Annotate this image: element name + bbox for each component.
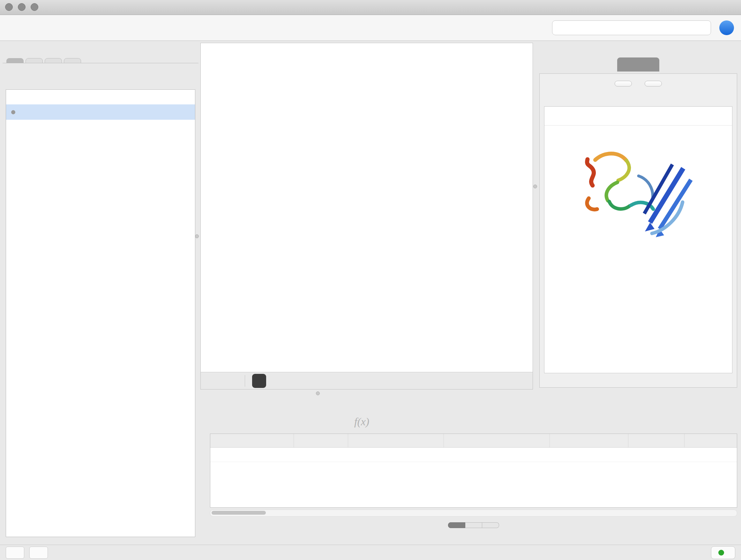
float-panel-icon[interactable] bbox=[711, 399, 719, 407]
column-type-icon bbox=[631, 437, 639, 444]
splitter-grip[interactable] bbox=[316, 391, 320, 395]
main-toolbar bbox=[0, 15, 741, 41]
gene-description bbox=[544, 125, 732, 130]
network-share-icon[interactable] bbox=[226, 375, 238, 387]
network-share-icon bbox=[33, 108, 42, 117]
table-row[interactable] bbox=[210, 448, 737, 462]
table-header-row bbox=[210, 434, 737, 448]
float-panel-icon[interactable] bbox=[170, 46, 178, 54]
cloud-status-button[interactable] bbox=[6, 547, 24, 559]
hidden-eye-slash-icon[interactable] bbox=[492, 376, 502, 386]
table-cell[interactable] bbox=[628, 448, 684, 462]
memory-button[interactable] bbox=[711, 546, 735, 559]
panel-menu-icon[interactable] bbox=[154, 46, 162, 54]
grid-view-icon[interactable] bbox=[208, 375, 219, 387]
network-collection-row[interactable] bbox=[6, 90, 195, 105]
table-cell[interactable] bbox=[210, 448, 294, 462]
delete-column-icon[interactable] bbox=[299, 415, 313, 428]
status-bar bbox=[0, 545, 741, 560]
app-window: f(x) bbox=[0, 0, 741, 560]
column-header-canonical-name[interactable] bbox=[348, 434, 444, 447]
results-panel bbox=[537, 43, 740, 390]
table-panel: f(x) bbox=[207, 396, 740, 542]
panel-menu-icon[interactable] bbox=[695, 46, 703, 54]
minimize-window-button[interactable] bbox=[18, 3, 25, 11]
table-cell[interactable] bbox=[550, 448, 628, 462]
control-panel-tabs bbox=[3, 57, 199, 63]
crosslink-row-compartments bbox=[544, 277, 732, 281]
results-entry bbox=[544, 106, 732, 373]
close-panel-icon[interactable] bbox=[727, 399, 735, 407]
splitter-grip[interactable] bbox=[533, 185, 537, 188]
crosslink-row-pharos bbox=[544, 286, 732, 290]
collapse-entry-icon[interactable] bbox=[565, 112, 574, 121]
control-panel-header bbox=[3, 43, 199, 57]
column-type-icon bbox=[351, 437, 359, 444]
footer-separator bbox=[245, 375, 245, 387]
close-window-button[interactable] bbox=[5, 3, 13, 11]
control-panel bbox=[3, 43, 199, 541]
search-input[interactable] bbox=[559, 23, 707, 33]
tab-edge-table[interactable] bbox=[465, 522, 482, 528]
tab-node-table[interactable] bbox=[448, 522, 465, 528]
tab-network-table[interactable] bbox=[482, 522, 499, 528]
warnings-button[interactable] bbox=[29, 547, 48, 559]
collapse-all-icon[interactable] bbox=[9, 67, 18, 76]
table-options-gear-icon[interactable] bbox=[217, 415, 230, 428]
results-panel-header bbox=[537, 43, 740, 57]
selected-checkbox-icon[interactable] bbox=[473, 376, 482, 386]
open-in-browser-button[interactable] bbox=[252, 374, 266, 388]
scrollbar-thumb[interactable] bbox=[212, 511, 266, 515]
close-panel-icon[interactable] bbox=[186, 46, 194, 54]
table-tabs bbox=[207, 522, 740, 528]
tab-sets[interactable] bbox=[64, 58, 81, 63]
column-header-description[interactable] bbox=[550, 434, 628, 447]
network-tree bbox=[6, 89, 195, 537]
crosslink-row-tissues bbox=[544, 281, 732, 286]
close-panel-icon[interactable] bbox=[727, 46, 735, 54]
collapse-all-button[interactable] bbox=[645, 81, 662, 86]
tree-expander-icon[interactable] bbox=[16, 94, 23, 101]
tab-string[interactable] bbox=[617, 57, 659, 71]
table-cell[interactable] bbox=[684, 448, 737, 462]
horizontal-scrollbar[interactable] bbox=[210, 509, 737, 516]
crosslink-row-uniprot bbox=[544, 268, 732, 272]
column-header-name[interactable] bbox=[294, 434, 348, 447]
column-header-namespace[interactable] bbox=[684, 434, 737, 447]
splitter-grip[interactable] bbox=[195, 234, 199, 238]
add-column-icon[interactable] bbox=[272, 415, 285, 428]
network-footer bbox=[201, 372, 533, 389]
column-header-shared-name[interactable] bbox=[210, 434, 294, 447]
network-options-gear-icon[interactable] bbox=[181, 66, 192, 77]
column-type-icon bbox=[213, 437, 221, 444]
gene-entry-header bbox=[544, 107, 732, 125]
column-header-id[interactable] bbox=[628, 434, 684, 447]
network-row-selected[interactable] bbox=[6, 105, 195, 120]
table-cell[interactable] bbox=[348, 448, 444, 462]
column-type-icon bbox=[688, 437, 695, 444]
expand-all-icon[interactable] bbox=[22, 67, 31, 76]
network-view bbox=[200, 43, 533, 389]
panel-menu-icon[interactable] bbox=[695, 399, 703, 407]
help-button[interactable] bbox=[719, 20, 734, 35]
function-builder-icon: f(x) bbox=[354, 416, 369, 428]
results-body bbox=[539, 73, 737, 388]
move-tool-icon[interactable] bbox=[512, 374, 526, 388]
network-canvas[interactable] bbox=[201, 43, 533, 372]
show-columns-icon[interactable] bbox=[245, 415, 258, 428]
crosslinks-title bbox=[544, 253, 732, 268]
toolbar-right bbox=[552, 20, 741, 35]
column-header-database-identifier[interactable] bbox=[444, 434, 550, 447]
tab-network[interactable] bbox=[6, 58, 23, 63]
expand-all-button[interactable] bbox=[615, 81, 632, 86]
protein-structure-image bbox=[575, 138, 702, 253]
table-cell[interactable] bbox=[294, 448, 348, 462]
tab-style[interactable] bbox=[25, 58, 43, 63]
zoom-window-button[interactable] bbox=[30, 3, 38, 11]
memory-status-dot bbox=[718, 550, 724, 556]
table-cell[interactable] bbox=[444, 448, 550, 462]
tab-select[interactable] bbox=[45, 58, 62, 63]
float-panel-icon[interactable] bbox=[711, 46, 719, 54]
search-box[interactable] bbox=[552, 20, 711, 35]
node-table bbox=[210, 434, 737, 508]
